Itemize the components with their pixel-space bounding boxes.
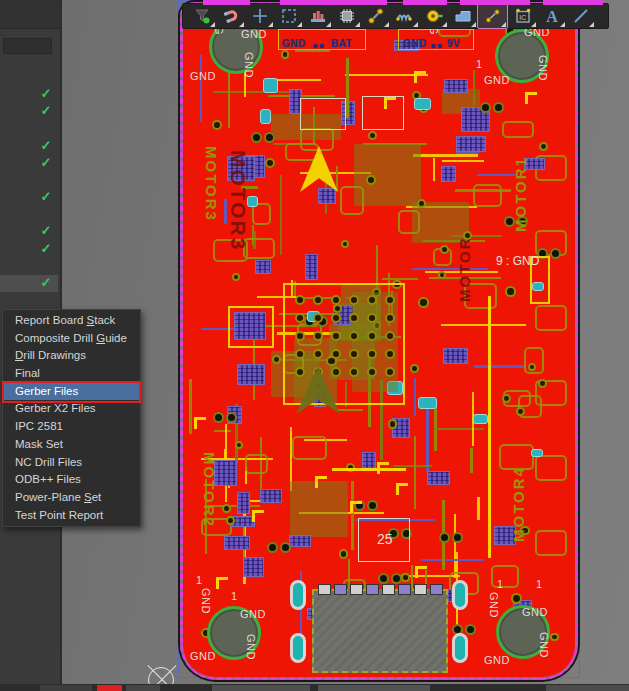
trace <box>214 430 231 432</box>
tool-dropdown-arrow[interactable] <box>355 22 360 27</box>
trace <box>414 436 416 509</box>
layer-tab[interactable] <box>126 685 160 691</box>
tool-dropdown-arrow[interactable] <box>297 22 302 27</box>
column-chart-icon[interactable] <box>303 4 332 28</box>
differential-pair-icon[interactable] <box>390 4 419 28</box>
layer-tab[interactable] <box>97 685 122 691</box>
smd-pad-array <box>441 166 455 182</box>
svg-text:IC: IC <box>519 14 526 21</box>
layer-tab[interactable] <box>546 685 629 691</box>
gnd-label: GND <box>485 676 511 677</box>
smd-pad-array <box>443 348 469 365</box>
via <box>401 573 409 581</box>
gnd-label: GND <box>522 606 548 618</box>
plated-slot <box>452 633 468 663</box>
tool-dropdown-arrow[interactable] <box>560 22 565 27</box>
output-enabled-check[interactable]: ✓ <box>36 241 56 256</box>
via <box>313 313 323 323</box>
menu-item-odb-files[interactable]: ODB++ Files <box>3 471 140 489</box>
motor-silk-label: MOTOR2 <box>201 452 218 528</box>
via <box>295 349 305 359</box>
via <box>272 355 281 364</box>
tool-dropdown-arrow[interactable] <box>239 22 244 27</box>
via <box>368 131 377 140</box>
motor-silk-label: MOTOR <box>456 236 473 302</box>
tool-dropdown-arrow[interactable] <box>326 22 331 27</box>
via <box>539 142 548 151</box>
output-enabled-check[interactable]: ✓ <box>36 86 56 101</box>
smd-pad-array <box>237 492 250 513</box>
footprint-courtyard <box>473 184 501 207</box>
pcb-editor-window: ✓✓✓✓✓✓✓✓ GNDGNDGNDGGNDGNDGND1GGND1GND1GN… <box>0 0 629 691</box>
tool-dropdown-arrow[interactable] <box>268 22 273 27</box>
output-enabled-check[interactable]: ✓ <box>36 138 56 153</box>
component-outline <box>300 98 346 130</box>
menu-item-composite-drill-guide[interactable]: Composite Drill Guide <box>3 330 140 348</box>
menu-item-power-plane-set[interactable]: Power-Plane Set <box>3 489 140 507</box>
plated-pad <box>473 414 487 424</box>
via <box>538 379 547 388</box>
polygon-pour-icon[interactable] <box>448 4 477 28</box>
trace <box>280 175 282 255</box>
tool-dropdown-arrow[interactable] <box>501 22 506 27</box>
smd-pad-array <box>305 254 318 280</box>
output-enabled-check[interactable]: ✓ <box>36 223 56 238</box>
gnd-label: GND <box>202 676 228 677</box>
motor-silk-label: MOTOR4 <box>510 466 527 542</box>
output-enabled-check[interactable]: ✓ <box>36 155 56 170</box>
menu-item-mask-set[interactable]: Mask Set <box>3 436 140 454</box>
trace <box>474 365 526 368</box>
gnd-label: GND <box>200 588 212 614</box>
tool-dropdown-arrow[interactable] <box>384 22 389 27</box>
via <box>349 367 359 377</box>
output-enabled-check[interactable]: ✓ <box>36 189 56 204</box>
silk-bracket <box>252 510 255 522</box>
output-enabled-check[interactable]: ✓ <box>36 103 56 118</box>
tool-dropdown-arrow[interactable] <box>413 22 418 27</box>
power-net-label: BAT <box>331 38 352 49</box>
tool-dropdown-arrow[interactable] <box>471 22 476 27</box>
layer-tab[interactable] <box>318 685 430 691</box>
route-icon[interactable] <box>361 4 390 28</box>
track-icon[interactable] <box>477 3 508 29</box>
connector-pad <box>382 584 395 595</box>
menu-item-test-point-report[interactable]: Test Point Report <box>3 507 140 525</box>
selection-box-icon[interactable] <box>274 4 303 28</box>
menu-item-report-board-stack[interactable]: Report Board Stack <box>3 312 140 330</box>
trace <box>470 448 473 473</box>
filter-icon[interactable] <box>187 4 216 28</box>
tool-dropdown-arrow[interactable] <box>210 22 215 27</box>
motor-silk-label: MOTOR3 <box>226 150 250 251</box>
magnet-icon[interactable] <box>216 4 245 28</box>
chip-icon[interactable] <box>332 4 361 28</box>
line-icon[interactable] <box>566 4 595 28</box>
via <box>331 295 341 305</box>
via <box>295 331 305 341</box>
menu-item-nc-drill-files[interactable]: NC Drill Files <box>3 454 140 472</box>
text-string-icon[interactable]: A <box>537 4 566 28</box>
component-icon[interactable]: IC <box>508 4 537 28</box>
layer-tab[interactable] <box>212 685 310 691</box>
tool-dropdown-arrow[interactable] <box>442 22 447 27</box>
via <box>295 313 305 323</box>
copper-patch <box>352 292 398 392</box>
via <box>385 367 395 377</box>
output-enabled-check[interactable]: ✓ <box>36 275 56 290</box>
smd-pad-array <box>255 260 271 275</box>
tool-dropdown-arrow[interactable] <box>531 22 536 27</box>
menu-item-gerber-files[interactable]: Gerber Files <box>3 383 140 401</box>
menu-item-final[interactable]: Final <box>3 365 140 383</box>
menu-item-gerber-x2-files[interactable]: Gerber X2 Files <box>3 400 140 418</box>
plated-slot <box>290 580 306 610</box>
pcb-board[interactable]: GNDGNDGNDGGNDGNDGND1GGND1GND1GNDGNDGND1G… <box>183 5 575 677</box>
menu-item-drill-drawings[interactable]: Drill Drawings <box>3 347 140 365</box>
outputs-panel-field[interactable] <box>3 38 52 54</box>
crosshair-icon[interactable] <box>245 4 274 28</box>
layer-tab[interactable] <box>40 685 92 691</box>
plated-pad <box>260 109 271 124</box>
via <box>367 313 377 323</box>
menu-item-ipc-2581[interactable]: IPC 2581 <box>3 418 140 436</box>
layer-tabs-bar <box>0 684 629 691</box>
pad-icon[interactable] <box>419 4 448 28</box>
tool-dropdown-arrow[interactable] <box>589 22 594 27</box>
